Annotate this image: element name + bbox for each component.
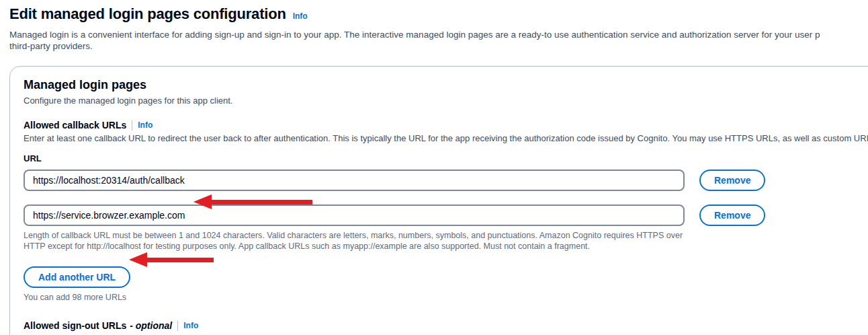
add-another-url-button[interactable]: Add another URL [24, 266, 130, 288]
page-title-info-link[interactable]: Info [293, 11, 308, 21]
edit-managed-login-page: Edit managed login pages configuration I… [0, 0, 868, 335]
allowed-signout-urls-section: Allowed sign-out URLs - optional Info En… [24, 320, 868, 335]
page-description: Managed login is a convenient interface … [9, 29, 868, 52]
signout-label-row: Allowed sign-out URLs - optional Info [24, 320, 868, 331]
page-header: Edit managed login pages configuration I… [9, 5, 868, 23]
signout-urls-label: Allowed sign-out URLs [24, 320, 126, 331]
callback-urls-info-link[interactable]: Info [138, 120, 153, 130]
page-description-line2: third-party providers. [9, 40, 868, 52]
allowed-callback-urls-section: Allowed callback URLs Info Enter at leas… [24, 120, 868, 302]
signout-optional-label: - optional [130, 320, 172, 331]
arrow-tail [212, 200, 312, 204]
url-column-label: URL [24, 153, 868, 163]
card-title: Managed login pages [24, 78, 868, 92]
callback-url-row-2: Remove [24, 204, 868, 226]
callback-url-constraint-text: Length of callback URL must be between 1… [24, 231, 689, 252]
arrow-tail [147, 258, 214, 262]
page-title: Edit managed login pages configuration [9, 5, 286, 23]
managed-login-pages-card: Managed login pages Configure the manage… [9, 66, 868, 335]
arrow-head-icon [193, 194, 212, 209]
remove-url-button-1[interactable]: Remove [699, 170, 765, 191]
page-description-line1: Managed login is a convenient interface … [9, 29, 868, 40]
callback-urls-label: Allowed callback URLs [24, 120, 126, 131]
callback-url-input-2[interactable] [24, 204, 685, 226]
signout-urls-info-link[interactable]: Info [183, 321, 198, 330]
callback-url-input-1[interactable] [24, 170, 685, 191]
callback-url-row-1: Remove [24, 170, 868, 191]
remove-url-button-2[interactable]: Remove [699, 204, 765, 226]
callback-label-row: Allowed callback URLs Info [24, 120, 868, 131]
remaining-urls-text: You can add 98 more URLs [24, 293, 868, 302]
arrow-head-icon [129, 252, 147, 267]
label-divider [132, 120, 132, 131]
callback-urls-description: Enter at least one callback URL to redir… [24, 133, 868, 143]
label-divider [177, 321, 178, 331]
annotation-arrow-callback-url-icon [193, 194, 312, 209]
card-subtitle: Configure the managed login pages for th… [24, 96, 868, 106]
annotation-arrow-add-url-icon [129, 252, 214, 267]
